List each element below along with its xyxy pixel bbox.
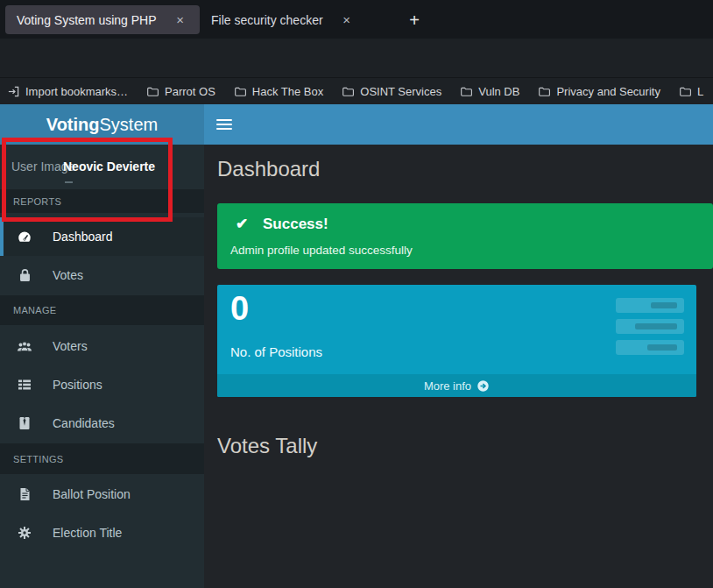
sidebar-item-candidates[interactable]: Candidates	[0, 404, 204, 443]
app-header: VotingSystem	[0, 104, 713, 145]
list-watermark-icon	[616, 298, 686, 361]
list-icon	[16, 378, 33, 392]
tab-title: Voting System using PHP	[5, 13, 157, 27]
positions-label: No. of Positions	[230, 344, 322, 359]
bookmark-osint-services[interactable]: OSINT Services	[342, 85, 441, 98]
sidebar-item-votes[interactable]: Votes	[0, 256, 204, 294]
app-navbar	[204, 104, 713, 145]
user-status-dash	[65, 181, 73, 183]
bookmark-label: Privacy and Security	[556, 85, 660, 98]
sidebar-toggle-icon[interactable]	[216, 117, 232, 131]
sidebar: User Image Neovic Devierte REPORTS Dashb…	[0, 145, 204, 588]
page-title: Dashboard	[217, 157, 320, 181]
tab-close-icon[interactable]: ×	[335, 12, 358, 27]
alert-title: Success!	[263, 216, 328, 233]
brand-bold: Voting	[46, 115, 100, 135]
sidebar-item-label: Voters	[53, 339, 88, 353]
folder-icon	[146, 85, 159, 98]
positions-info-box: 0 No. of Positions More info	[217, 285, 696, 397]
sidebar-item-label: Positions	[53, 378, 102, 392]
folder-icon	[538, 85, 551, 98]
bookmark-label: OSINT Services	[360, 85, 441, 98]
section-manage: MANAGE	[0, 295, 204, 325]
votes-tally-title: Votes Tally	[217, 434, 317, 458]
folder-icon	[679, 85, 692, 98]
sidebar-item-label: Candidates	[53, 416, 115, 430]
users-icon	[16, 339, 33, 353]
browser-toolbar: ← → love.htb/admin/home.php	[0, 39, 713, 77]
bookmark-parrot-os[interactable]: Parrot OS	[146, 85, 215, 98]
section-settings: SETTINGS	[0, 443, 204, 474]
app-logo[interactable]: VotingSystem	[0, 104, 204, 145]
check-icon: ✔	[236, 215, 248, 233]
sidebar-item-label: Votes	[53, 268, 83, 282]
sidebar-item-dashboard[interactable]: Dashboard	[0, 217, 204, 256]
sidebar-item-ballot-position[interactable]: Ballot Position	[0, 475, 204, 514]
new-tab-button[interactable]: +	[402, 11, 427, 31]
sidebar-item-label: Dashboard	[53, 230, 113, 244]
tab-file-security-checker[interactable]: File security checker ×	[200, 5, 394, 34]
section-reports: REPORTS	[0, 189, 204, 213]
circle-arrow-right-icon	[477, 379, 490, 393]
bookmark-privacy-security[interactable]: Privacy and Security	[538, 85, 660, 98]
sidebar-item-label: Election Title	[53, 526, 122, 540]
tab-title: File security checker	[200, 13, 323, 27]
bookmark-label: Vuln DB	[478, 85, 519, 98]
sidebar-item-positions[interactable]: Positions	[0, 365, 204, 404]
bookmark-label: L	[697, 85, 703, 98]
positions-count: 0	[230, 290, 249, 328]
sidebar-item-voters[interactable]: Voters	[0, 327, 204, 365]
user-name: Neovic Devierte	[63, 159, 155, 174]
browser-tab-bar: Voting System using PHP × File security …	[0, 0, 713, 39]
bookmarks-bar: Import bookmarks… Parrot OS Hack The Box…	[0, 77, 713, 104]
folder-icon	[342, 85, 355, 98]
screen: Voting System using PHP × File security …	[0, 0, 713, 588]
import-icon	[7, 85, 20, 98]
bookmark-cut-off[interactable]: L	[679, 85, 703, 98]
bookmark-label: Import bookmarks…	[25, 85, 128, 98]
brand-light: System	[100, 115, 159, 135]
candidate-tie-icon	[16, 416, 33, 430]
tab-voting-system[interactable]: Voting System using PHP ×	[5, 5, 200, 34]
bookmark-import[interactable]: Import bookmarks…	[7, 85, 128, 98]
bookmark-vuln-db[interactable]: Vuln DB	[460, 85, 519, 98]
content-area: Dashboard ✔ Success! Admin profile updat…	[204, 145, 713, 588]
dashboard-icon	[16, 230, 33, 244]
gear-icon	[16, 526, 33, 540]
bookmark-label: Parrot OS	[165, 85, 215, 98]
folder-icon	[234, 85, 247, 98]
folder-icon	[460, 85, 473, 98]
bookmark-hack-the-box[interactable]: Hack The Box	[234, 85, 323, 98]
more-info-label: More info	[424, 379, 471, 393]
sidebar-item-election-title[interactable]: Election Title	[0, 514, 204, 552]
lock-icon	[16, 268, 33, 282]
alert-message: Admin profile updated successfully	[230, 244, 413, 257]
tab-close-icon[interactable]: ×	[169, 12, 192, 27]
more-info-link[interactable]: More info	[217, 374, 696, 397]
sidebar-item-label: Ballot Position	[53, 487, 131, 501]
document-icon	[16, 487, 33, 501]
success-alert: ✔ Success! Admin profile updated success…	[217, 203, 713, 269]
bookmark-label: Hack The Box	[252, 85, 323, 98]
